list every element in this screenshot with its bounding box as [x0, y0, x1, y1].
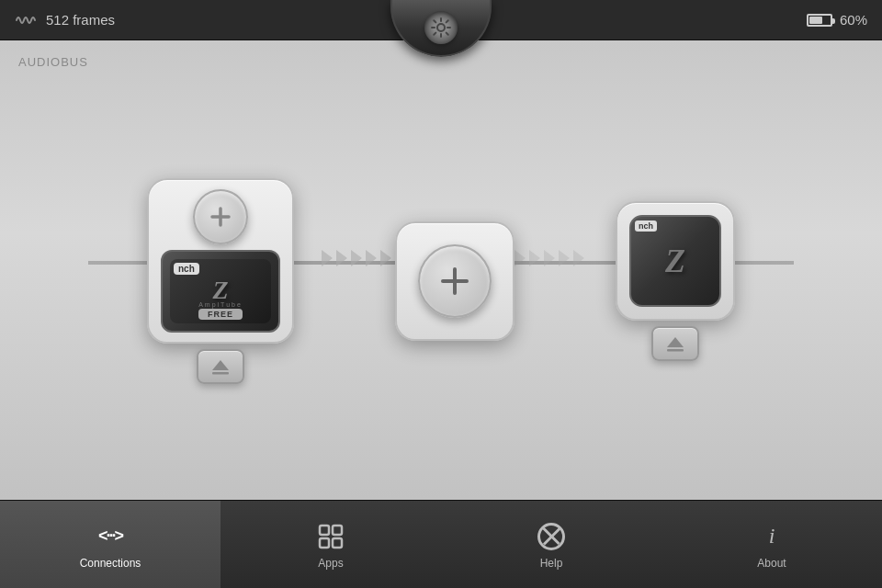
status-left: 512 frames	[15, 11, 115, 29]
battery-percent: 60%	[840, 12, 867, 28]
audio-bus-label: AUDIOBUS	[18, 55, 88, 69]
chain-container: nch Z AmplTube FREE	[0, 114, 882, 448]
output-plugin-thumb[interactable]: nch Z	[629, 215, 721, 307]
svg-marker-7	[667, 337, 684, 347]
output-z-logo: Z	[665, 242, 685, 280]
audio-wave-icon	[15, 11, 37, 29]
apps-tab-label: Apps	[318, 557, 343, 570]
tab-help[interactable]: Help	[441, 501, 662, 588]
effects-add-button[interactable]	[418, 244, 492, 318]
battery-icon	[807, 14, 832, 27]
output-card[interactable]: nch Z	[616, 201, 735, 321]
input-plugin-card[interactable]: nch Z AmplTube FREE	[147, 178, 294, 344]
gear-icon[interactable]	[424, 11, 458, 44]
svg-rect-9	[320, 526, 329, 535]
svg-rect-10	[333, 526, 342, 535]
connections-icon: <···>	[94, 520, 127, 553]
input-eject-button[interactable]	[197, 349, 244, 384]
settings-pill[interactable]	[390, 0, 492, 57]
svg-marker-3	[212, 360, 229, 370]
svg-point-0	[437, 24, 445, 31]
input-block: nch Z AmplTube FREE	[147, 178, 294, 384]
svg-rect-4	[212, 372, 229, 375]
svg-rect-12	[333, 538, 342, 548]
input-plugin-thumb[interactable]: nch Z AmplTube FREE	[161, 250, 280, 333]
output-block: nch Z	[616, 201, 735, 361]
effects-to-output-arrows	[514, 250, 588, 266]
effects-block	[395, 221, 514, 341]
tab-about[interactable]: i About	[662, 501, 882, 588]
ampz-subtitle: AmplTube	[198, 301, 243, 308]
tab-connections[interactable]: <···> Connections	[0, 501, 220, 588]
effects-card[interactable]	[395, 221, 514, 341]
help-tab-label: Help	[540, 557, 563, 570]
status-right: 60%	[807, 12, 867, 28]
input-add-button[interactable]	[193, 189, 248, 244]
svg-rect-11	[320, 538, 329, 548]
frames-label: 512 frames	[46, 12, 115, 28]
main-content: AUDIOBUS nch Z AmplTube	[0, 40, 882, 522]
about-tab-label: About	[757, 557, 786, 570]
tab-bar: <···> Connections Apps Help i About	[0, 500, 882, 588]
output-eject-button[interactable]	[651, 326, 699, 361]
about-icon: i	[755, 520, 788, 553]
svg-rect-8	[667, 349, 684, 352]
free-badge: FREE	[198, 309, 243, 320]
nch-badge-output: nch	[635, 220, 657, 232]
settings-area	[386, 0, 496, 64]
help-icon	[535, 520, 568, 553]
connections-tab-label: Connections	[80, 557, 141, 570]
apps-icon	[314, 520, 347, 553]
nch-badge-input: nch	[174, 263, 199, 275]
input-to-effects-arrows	[322, 250, 395, 266]
tab-apps[interactable]: Apps	[220, 501, 441, 588]
